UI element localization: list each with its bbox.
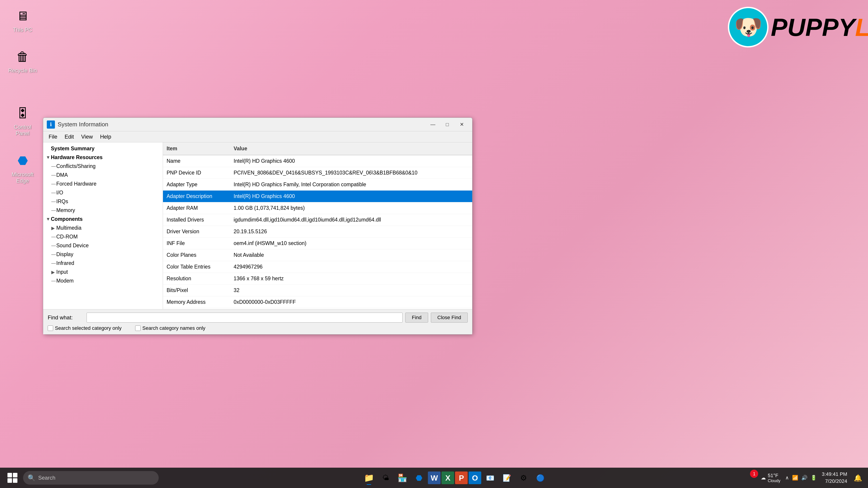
table-row[interactable]: Installed Driversigdumdim64.dll,igd10ium… — [163, 214, 472, 226]
tree-item-sound-device[interactable]: — Sound Device — [43, 241, 163, 250]
menu-file[interactable]: File — [45, 132, 61, 141]
puppy-logo-text: PUPPYLIST — [771, 13, 868, 41]
tree-item-hardware-resources[interactable]: ▼ Hardware Resources — [43, 153, 163, 162]
table-row[interactable]: Bits/Pixel32 — [163, 284, 472, 296]
taskbar-app-file-explorer[interactable]: 📁 — [361, 470, 377, 486]
table-cell-item: Name — [163, 155, 230, 167]
menu-bar: File Edit View Help — [43, 131, 472, 143]
table-cell-value: Intel(R) HD Graphics 4600 — [230, 190, 472, 202]
table-cell-item: Driver Version — [163, 226, 230, 238]
taskbar-app-misc[interactable]: 🔵 — [532, 470, 548, 486]
notification-area: 1 — [748, 474, 756, 482]
desktop: 🖥 This PC 🗑 Recycle Bin 🎛 Control Panel … — [0, 0, 868, 488]
tree-item-forced-hardware[interactable]: — Forced Hardware — [43, 180, 163, 188]
checkbox-search-selected[interactable]: Search selected category only — [48, 325, 122, 331]
desktop-icon-control-panel[interactable]: 🎛 Control Panel — [4, 102, 41, 139]
recycle-bin-icon: 🗑 — [13, 48, 32, 65]
tree-item-io[interactable]: — I/O — [43, 188, 163, 197]
window-icon: ℹ — [47, 120, 55, 129]
tree-item-components[interactable]: ▼ Components — [43, 215, 163, 223]
table-row[interactable]: Color PlanesNot Available — [163, 249, 472, 261]
edge-icon: ⬣ — [13, 151, 32, 170]
tree-item-cdrom[interactable]: — CD-ROM — [43, 232, 163, 241]
taskbar: 🔍 Search 📁 🌤 🏪 ⬣ W X P O 📧 📝 ⚙ 🔵 1 — [0, 468, 868, 488]
weather-icon: ☁ — [761, 475, 766, 481]
checkbox-search-names[interactable]: Search category names only — [135, 325, 206, 331]
tree-item-display[interactable]: — Display — [43, 250, 163, 259]
tree-item-modem[interactable]: — Modem — [43, 276, 163, 285]
taskbar-app-excel[interactable]: X — [441, 471, 454, 484]
tray-volume[interactable]: 🔊 — [801, 475, 807, 481]
menu-view[interactable]: View — [78, 132, 96, 141]
table-row[interactable]: Adapter RAM1.00 GB (1,073,741,824 bytes) — [163, 202, 472, 214]
clock-time: 3:49:41 PM — [822, 471, 847, 478]
desktop-icon-this-pc[interactable]: 🖥 This PC — [4, 4, 41, 35]
tree-item-irqs[interactable]: — IRQs — [43, 197, 163, 206]
notification-badge: 1 — [750, 470, 758, 478]
taskbar-app-settings[interactable]: ⚙ — [516, 470, 531, 486]
weather-widget[interactable]: ☁ 51°F Cloudy — [758, 472, 782, 484]
table-row[interactable]: PNP Device IDPCI\VEN_8086&DEV_0416&SUBSY… — [163, 167, 472, 179]
taskbar-right: 1 ☁ 51°F Cloudy ∧ 📶 🔊 🔋 3:49:41 PM 7/ — [748, 470, 864, 486]
table-cell-value: 20.19.15.5126 — [230, 226, 472, 238]
tray-network[interactable]: 📶 — [792, 475, 798, 481]
close-button[interactable]: ✕ — [455, 120, 469, 129]
desktop-icon-edge[interactable]: ⬣ Microsoft Edge — [4, 149, 41, 186]
table-cell-value: Not Available — [230, 249, 472, 261]
tray-battery[interactable]: 🔋 — [811, 475, 817, 481]
bottom-bar: Find what: Find Close Find Search select… — [43, 309, 472, 334]
taskbar-app-weather[interactable]: 🌤 — [378, 470, 394, 486]
tree-item-infrared[interactable]: — Infrared — [43, 259, 163, 268]
table-cell-value: 32 — [230, 284, 472, 296]
desktop-icon-recycle-bin[interactable]: 🗑 Recycle Bin — [4, 45, 41, 76]
tray-expand[interactable]: ∧ — [785, 475, 789, 481]
notification-button[interactable]: 🔔 — [852, 470, 864, 486]
table-row[interactable]: Color Table Entries4294967296 — [163, 261, 472, 273]
table-cell-value: PCI\VEN_8086&DEV_0416&SUBSYS_1993103C&RE… — [230, 167, 472, 179]
table-cell-value: igdumdim64.dll,igd10iumd64.dll,igd10iumd… — [230, 214, 472, 226]
taskbar-app-edge[interactable]: ⬣ — [411, 470, 427, 486]
table-cell-item: PNP Device ID — [163, 167, 230, 179]
tree-item-conflicts[interactable]: — Conflicts/Sharing — [43, 162, 163, 171]
menu-edit[interactable]: Edit — [61, 132, 78, 141]
minimize-button[interactable]: — — [426, 120, 440, 129]
table-row[interactable]: Adapter TypeIntel(R) HD Graphics Family,… — [163, 179, 472, 190]
find-button[interactable]: Find — [405, 313, 428, 323]
checkbox-selected-input[interactable] — [48, 326, 53, 331]
tree-item-multimedia[interactable]: ▶ Multimedia — [43, 223, 163, 232]
menu-help[interactable]: Help — [96, 132, 115, 141]
checkbox-names-input[interactable] — [135, 326, 141, 331]
taskbar-app-outlook2[interactable]: 📧 — [482, 470, 498, 486]
table-row[interactable]: Memory Address0xD0000000-0xD03FFFFF — [163, 296, 472, 308]
col-header-item: Item — [163, 143, 230, 155]
table-cell-value: Intel(R) HD Graphics Family, Intel Corpo… — [230, 179, 472, 190]
taskbar-app-sticky[interactable]: 📝 — [499, 470, 515, 486]
table-row[interactable]: NameIntel(R) HD Graphics 4600 — [163, 155, 472, 167]
tree-item-dma[interactable]: — DMA — [43, 171, 163, 180]
right-panel: Item Value NameIntel(R) HD Graphics 4600… — [163, 143, 472, 309]
title-bar: ℹ System Information — □ ✕ — [43, 118, 472, 131]
recycle-bin-label: Recycle Bin — [8, 67, 37, 74]
find-input[interactable] — [87, 313, 403, 323]
taskbar-search[interactable]: 🔍 Search — [23, 471, 159, 485]
table-row[interactable]: Driver Version20.19.15.5126 — [163, 226, 472, 238]
clock[interactable]: 3:49:41 PM 7/20/2024 — [819, 470, 849, 486]
taskbar-app-ppt[interactable]: P — [455, 471, 468, 484]
close-find-button[interactable]: Close Find — [431, 313, 468, 323]
taskbar-app-store[interactable]: 🏪 — [395, 470, 410, 486]
table-cell-item: Memory Address — [163, 296, 230, 308]
tree-item-memory[interactable]: — Memory — [43, 206, 163, 215]
maximize-button[interactable]: □ — [440, 120, 454, 129]
tree-item-input[interactable]: ▶ Input — [43, 268, 163, 276]
tree-item-system-summary[interactable]: System Summary — [43, 144, 163, 153]
table-cell-item: Adapter RAM — [163, 202, 230, 214]
content-area: System Summary ▼ Hardware Resources — Co… — [43, 143, 472, 309]
start-button[interactable] — [4, 470, 20, 486]
clock-date: 7/20/2024 — [822, 478, 847, 485]
table-cell-item: Adapter Description — [163, 190, 230, 202]
table-row[interactable]: Resolution1366 x 768 x 59 hertz — [163, 273, 472, 284]
taskbar-app-outlook[interactable]: O — [469, 471, 481, 484]
taskbar-app-word[interactable]: W — [428, 471, 440, 484]
table-row[interactable]: INF Fileoem4.inf (iHSWM_w10 section) — [163, 238, 472, 249]
table-row[interactable]: Adapter DescriptionIntel(R) HD Graphics … — [163, 190, 472, 202]
